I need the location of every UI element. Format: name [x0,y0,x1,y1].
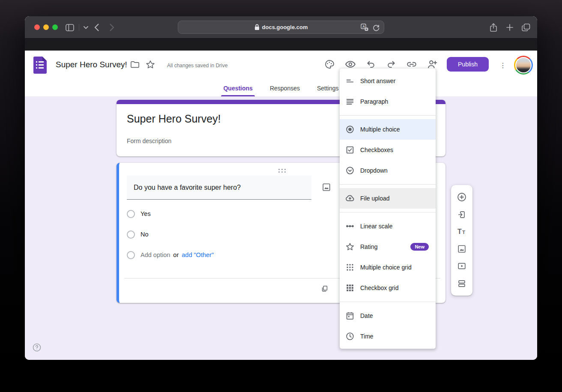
option-row-no[interactable]: No [127,229,149,239]
option-row-add[interactable]: Add option or add "Other" [127,250,214,260]
menu-divider [340,184,436,185]
add-other-link[interactable]: add "Other" [182,251,214,258]
menu-item-multiple-choice-grid[interactable]: Multiple choice grid [340,257,436,278]
file-upload-icon [345,193,355,203]
traffic-lights [34,24,58,30]
move-folder-icon[interactable] [129,59,140,70]
option-label[interactable]: Yes [140,210,151,217]
more-options-icon[interactable]: ⋮ [499,60,507,71]
menu-item-label: Rating [360,243,377,250]
menu-item-checkbox-grid[interactable]: Checkbox grid [340,278,436,298]
multiple-choice-grid-icon [345,262,355,272]
menu-item-multiple-choice[interactable]: Multiple choice [340,119,436,140]
url-text: docs.google.com [262,24,308,30]
menu-item-dropdown[interactable]: Dropdown [340,160,436,181]
publish-button[interactable]: Publish [447,57,489,72]
menu-divider [340,212,436,212]
help-icon[interactable] [32,343,42,352]
duplicate-question-icon[interactable] [320,284,330,294]
menu-item-label: Short answer [360,78,395,84]
menu-item-label: File upload [360,195,390,202]
new-badge: New [410,243,429,251]
rating-star-icon [345,242,355,252]
option-label[interactable]: No [140,231,149,238]
browser-titlebar: docs.google.com A [25,16,537,39]
menu-item-paragraph[interactable]: Paragraph [340,91,436,112]
close-window-button[interactable] [34,24,40,30]
forms-logo-icon[interactable] [33,57,47,74]
forward-icon[interactable] [107,22,117,33]
document-title[interactable]: Super Hero Survey! [56,60,127,69]
tab-overview-icon[interactable] [521,22,531,33]
tab-responses[interactable]: Responses [264,80,305,96]
svg-text:A: A [362,24,365,29]
sidebar-toggle-icon[interactable] [65,22,75,33]
add-section-icon[interactable] [457,278,467,289]
date-icon [345,311,355,321]
menu-item-label: Checkbox grid [360,284,399,291]
lock-icon [254,24,260,30]
radio-icon [127,230,135,239]
form-description[interactable]: Form description [127,138,171,144]
translate-icon[interactable]: A [360,23,369,32]
option-row-yes[interactable]: Yes [127,209,151,219]
question-type-menu: Short answer Paragraph Multiple choice C… [340,69,436,349]
avatar-photo [515,57,532,73]
zoom-window-button[interactable] [52,24,58,30]
menu-item-label: Dropdown [360,167,388,174]
import-questions-icon[interactable] [457,209,467,220]
add-video-icon[interactable] [457,261,467,271]
svg-text:T: T [462,230,465,235]
add-option-label[interactable]: Add option [140,251,170,258]
menu-item-date[interactable]: Date [340,305,436,326]
menu-item-label: Multiple choice grid [360,264,412,271]
page-dark-strip [25,39,537,51]
account-avatar[interactable] [514,56,533,75]
question-title-input[interactable]: Do you have a favorite super hero? [127,176,311,200]
titlebar-divider [79,24,79,31]
menu-item-label: Paragraph [360,98,388,105]
browser-window: docs.google.com A [25,16,537,360]
menu-divider [340,115,436,116]
radio-icon [127,251,135,259]
menu-item-label: Time [360,333,374,340]
dropdown-icon [345,165,355,176]
reload-icon[interactable] [372,24,380,31]
menu-item-label: Date [360,312,373,319]
tab-label: Questions [223,85,252,92]
menu-item-linear-scale[interactable]: Linear scale [340,216,436,236]
add-question-icon[interactable] [457,192,467,202]
back-icon[interactable] [91,22,102,33]
add-image-toolbar-icon[interactable] [457,244,467,254]
menu-item-short-answer[interactable]: Short answer [340,71,436,91]
forms-header: Super Hero Survey! All changes saved in … [25,51,537,80]
short-answer-icon [345,76,355,86]
address-bar[interactable]: docs.google.com A [178,21,384,34]
or-label: or [173,251,179,258]
tab-questions[interactable]: Questions [218,80,258,96]
menu-item-label: Checkboxes [360,147,393,153]
sidebar-chevron-icon[interactable] [81,22,91,33]
save-status: All changes saved in Drive [167,63,227,69]
menu-item-rating[interactable]: Rating New [340,236,436,257]
menu-divider [340,302,436,302]
share-icon[interactable] [488,22,499,33]
menu-item-time[interactable]: Time [340,326,436,347]
time-icon [345,331,355,341]
paragraph-icon [345,96,355,107]
minimize-window-button[interactable] [43,24,49,30]
side-toolbar: T T [451,185,472,296]
star-icon[interactable] [145,59,156,70]
theme-palette-icon[interactable] [324,59,335,70]
add-image-icon[interactable] [320,181,332,193]
form-tabbar: Questions Responses Settings [25,80,537,96]
svg-text:T: T [457,228,462,235]
add-title-text-icon[interactable]: T T [457,227,467,237]
menu-item-checkboxes[interactable]: Checkboxes [340,140,436,160]
new-tab-icon[interactable] [505,22,515,33]
menu-item-file-upload[interactable]: File upload [340,188,436,209]
radio-icon [127,210,135,218]
tab-label: Responses [270,85,300,92]
checkbox-grid-icon [345,283,355,293]
form-title[interactable]: Super Hero Survey! [127,113,221,125]
